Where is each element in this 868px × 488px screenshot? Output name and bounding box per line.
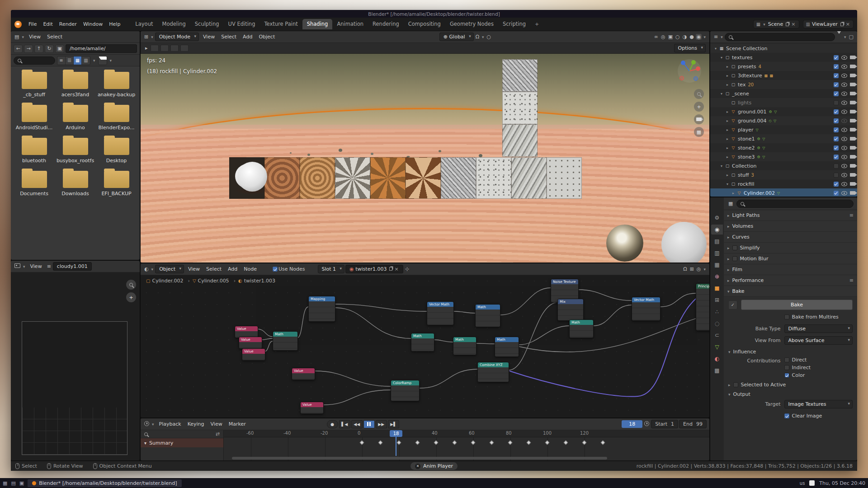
back-button[interactable]: ← <box>14 45 23 53</box>
scene-selector[interactable]: ▦ ▾ Scene × <box>753 20 799 28</box>
disclosure-triangle-icon[interactable] <box>725 74 730 78</box>
disable-in-render-camera-icon[interactable] <box>850 146 855 150</box>
exclude-checkbox[interactable] <box>834 55 839 60</box>
exclude-checkbox[interactable] <box>834 100 839 105</box>
file-browser-menu-item[interactable]: View <box>26 33 44 41</box>
options-dropdown[interactable]: Options <box>674 44 706 52</box>
folder-item[interactable]: _cb_stuff <box>14 72 55 98</box>
keyframe-diamond[interactable] <box>527 441 531 445</box>
playhead[interactable]: 18 <box>396 430 396 456</box>
disclosure-triangle-icon[interactable] <box>731 191 736 195</box>
shader-node[interactable]: Math <box>569 319 594 338</box>
exclude-checkbox[interactable] <box>834 173 839 178</box>
exclude-checkbox[interactable] <box>834 91 839 96</box>
auto-keying-icon[interactable]: ● <box>327 420 338 428</box>
display-thumbnails-large-icon[interactable]: ▥ <box>82 56 90 65</box>
show-gizmo-icon[interactable]: ∞ <box>653 34 659 40</box>
display-list-vertical-icon[interactable]: ≡ <box>57 56 66 65</box>
properties-tab[interactable]: ⊞ <box>711 295 723 305</box>
properties-tab[interactable]: ▩ <box>711 366 723 375</box>
refresh-button[interactable]: ↻ <box>45 45 54 53</box>
chevron-down-icon[interactable]: ▾ <box>843 35 847 39</box>
properties-tab[interactable]: ⊕ <box>711 272 723 282</box>
viewport-menu-item[interactable]: View <box>200 33 218 41</box>
exclude-checkbox[interactable] <box>834 127 839 132</box>
disable-in-render-camera-icon[interactable] <box>850 128 855 131</box>
hide-in-viewport-eye-icon[interactable] <box>841 128 847 132</box>
bake-panel-header[interactable]: ▾ Bake <box>724 286 857 297</box>
add-workspace-button[interactable]: + <box>531 20 542 28</box>
properties-tab[interactable]: ▤ <box>711 236 723 246</box>
workspace-tab[interactable]: Animation <box>332 19 368 29</box>
use-nodes-checkbox[interactable] <box>273 267 278 272</box>
disclosure-triangle-icon[interactable] <box>719 56 724 60</box>
viewport-menu-item[interactable]: Add <box>240 33 255 41</box>
disable-in-render-camera-icon[interactable] <box>850 164 855 168</box>
disclosure-triangle-icon[interactable] <box>725 137 730 141</box>
current-frame-field[interactable]: 18 <box>622 420 642 428</box>
panel-checkbox[interactable] <box>732 256 737 261</box>
material-slot-dropdown[interactable]: Slot 1 <box>318 265 345 273</box>
viewport-scene[interactable]: fps: 24 (18) rockfill | Cylinder.002 + <box>141 54 709 263</box>
new-scene-icon[interactable] <box>786 23 789 26</box>
outliner-row[interactable]: ▽ ground.001 ⚙ ▽ <box>710 107 857 116</box>
blender-logo-icon[interactable] <box>14 21 22 28</box>
outliner-row[interactable]: ▽ player ▽ <box>710 125 857 134</box>
shader-node[interactable]: Principled BSDF <box>696 283 709 331</box>
hide-in-viewport-eye-icon[interactable] <box>841 74 847 78</box>
pause-icon[interactable] <box>363 420 375 428</box>
panel-header[interactable]: ▸ Film ≡ <box>724 264 857 275</box>
create-folder-button[interactable]: ▣ <box>55 45 64 53</box>
shader-node[interactable]: ColorRamp <box>391 380 420 401</box>
disclosure-triangle-icon[interactable] <box>725 110 730 114</box>
exclude-checkbox[interactable] <box>834 136 839 141</box>
properties-tab[interactable]: ∴ <box>711 307 723 317</box>
close-icon[interactable]: ✕ <box>415 464 420 469</box>
disclosure-triangle-icon[interactable]: ▾ <box>144 441 146 446</box>
disable-in-render-camera-icon[interactable] <box>850 101 855 104</box>
shader-node[interactable]: Value <box>239 337 262 349</box>
disable-in-render-camera-icon[interactable] <box>850 92 855 95</box>
bake-button[interactable]: Bake <box>741 300 853 310</box>
chevron-down-icon[interactable]: ▾ <box>703 35 707 39</box>
panel-header[interactable]: ▸ Curves ≡ <box>724 232 857 243</box>
copy-material-icon[interactable] <box>389 267 392 271</box>
keyboard-layout-indicator[interactable]: us <box>800 481 805 486</box>
shader-node[interactable]: Value <box>235 326 258 338</box>
exclude-checkbox[interactable] <box>834 182 839 187</box>
folder-item[interactable]: AndroidStudi... <box>14 105 55 131</box>
outliner-row[interactable]: ▢ Collection <box>710 161 857 170</box>
file-search-input[interactable] <box>14 56 55 65</box>
shading-material-icon[interactable]: ● <box>689 34 695 40</box>
workspace-tab[interactable]: Rendering <box>368 19 404 29</box>
bake-from-multires-checkbox[interactable] <box>784 314 789 319</box>
disable-in-render-camera-icon[interactable] <box>850 65 855 68</box>
terminal-icon[interactable]: ▣ <box>19 480 24 486</box>
panel-checkbox[interactable] <box>732 245 737 250</box>
material-name-field[interactable]: ◉ twister1.003 × <box>345 265 403 273</box>
filter-funnel-icon[interactable] <box>836 34 842 40</box>
node-overlay-icon[interactable]: ⊞ <box>689 266 695 272</box>
file-browser-editor-icon[interactable]: ▤ <box>14 34 20 40</box>
mode-dropdown[interactable]: Object Mode <box>155 33 199 41</box>
filter-funnel-icon[interactable] <box>99 56 107 65</box>
shading-solid-icon[interactable]: ◑ <box>682 34 688 40</box>
image-browse-icon[interactable]: ≡ <box>46 263 52 269</box>
properties-tab[interactable]: ■ <box>711 283 723 293</box>
panel-header[interactable]: ▸ Light Paths ≡ <box>724 210 857 221</box>
disable-in-render-camera-icon[interactable] <box>850 110 855 113</box>
disclosure-triangle-icon[interactable] <box>713 47 718 51</box>
exclude-checkbox[interactable] <box>834 73 839 78</box>
taskbar-app-button[interactable]: Blender* [/home/amalie/Desktop/blender/t… <box>28 479 181 487</box>
folder-item[interactable]: Arduino <box>55 105 96 131</box>
folder-item[interactable]: Downloads <box>55 171 96 197</box>
keyframe-diamond[interactable] <box>490 441 494 445</box>
shader-node[interactable]: Math <box>475 304 500 327</box>
properties-tab[interactable]: ▥ <box>711 248 723 258</box>
summary-channel[interactable]: ▾ Summary <box>141 438 223 447</box>
exclude-checkbox[interactable] <box>834 191 839 196</box>
tool-option-icon[interactable] <box>180 45 189 52</box>
xray-toggle-icon[interactable]: ▣ <box>667 34 674 40</box>
topbar-menu-item[interactable]: File <box>25 20 40 28</box>
viewport-editor-icon[interactable]: ⊞ <box>143 34 149 40</box>
